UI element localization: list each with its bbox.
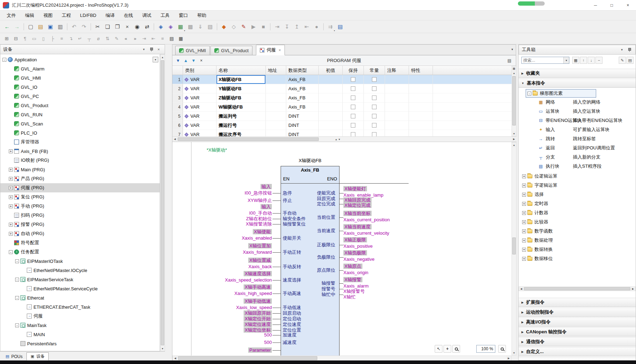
toolbox-folder-选择[interactable]: +选择: [519, 190, 636, 199]
cell-attr[interactable]: [409, 75, 433, 84]
retain-checkbox[interactable]: [351, 77, 355, 82]
expander-icon[interactable]: +: [522, 202, 526, 206]
toolbox-pin-icon[interactable]: [626, 47, 632, 53]
expander-icon[interactable]: +: [522, 220, 526, 224]
device-tree-scrollbar[interactable]: ▲ ▼: [160, 54, 165, 351]
expander-icon[interactable]: +: [522, 229, 526, 233]
tab-list-dropdown-icon[interactable]: ▼: [511, 48, 514, 51]
outdent-icon[interactable]: ⇤: [149, 35, 158, 43]
scroll-up-icon[interactable]: ▲: [512, 142, 516, 147]
compile-icon[interactable]: ◈: [156, 22, 165, 31]
redo-icon[interactable]: ↷: [79, 22, 88, 31]
tree-item-MAIN[interactable]: MAIN: [0, 330, 160, 339]
delete-icon[interactable]: ×: [123, 22, 132, 31]
tree-item-手动 (PRG)[interactable]: +手动 (PRG): [0, 202, 160, 211]
zoom-level-box[interactable]: 100 %: [476, 345, 495, 353]
insert-assignment-icon[interactable]: ≡: [57, 35, 66, 43]
forward-icon[interactable]: →: [12, 22, 22, 31]
tree-item-GVL_Product[interactable]: GVL_Product: [0, 101, 160, 110]
cell-const[interactable]: [364, 75, 385, 84]
insert-jump-icon[interactable]: ↴: [67, 35, 75, 43]
doc-tab-GVL_Product[interactable]: GVL_Product: [210, 46, 252, 55]
edge-detection-icon[interactable]: ⇅: [103, 35, 112, 43]
input-operand[interactable]: X轴报警清除: [172, 221, 272, 227]
undo-icon[interactable]: ↶: [69, 22, 79, 31]
menu-item-视图[interactable]: 视图: [39, 11, 57, 20]
cell-num[interactable]: 2: [172, 84, 183, 93]
step-over-icon[interactable]: ⇥: [273, 22, 282, 31]
tree-item-自动 (PRG)[interactable]: +自动 (PRG): [0, 229, 160, 238]
view-mode-icon[interactable]: ▤: [626, 57, 634, 64]
move-up-icon[interactable]: ↑: [580, 57, 587, 64]
cell-addr[interactable]: [266, 75, 286, 84]
input-operand[interactable]: X轴位置加Xaxis_forward: [172, 243, 272, 255]
tree-item-符号配置[interactable]: 符号配置: [0, 238, 160, 247]
expander-icon[interactable]: +: [522, 211, 526, 215]
tab-close-icon[interactable]: ×: [279, 48, 281, 52]
back-icon[interactable]: ←: [2, 22, 12, 31]
tree-item-MainTask[interactable]: -MainTask: [0, 321, 160, 330]
input-operand[interactable]: 500: [172, 339, 272, 346]
new-file-icon[interactable]: ▢: [26, 22, 35, 31]
cell-attr[interactable]: [409, 103, 433, 112]
toolbox-item-返回[interactable]: ↵返回返回到POU调用位置: [519, 143, 636, 153]
tree-item-Application[interactable]: -Application▼: [0, 55, 160, 64]
section-POUs[interactable]: ▶POUs: [519, 357, 636, 360]
cell-init[interactable]: [319, 75, 343, 84]
output-operand[interactable]: X轴定位完成: [343, 202, 456, 209]
toolbox-item-带EN/ENO运算块[interactable]: ⊟带EN/ENO运算块插入带有EN/ENO运算块: [519, 116, 636, 125]
cell-attr[interactable]: [409, 84, 433, 93]
expander-icon[interactable]: -: [2, 58, 6, 62]
paste-icon[interactable]: ❐: [113, 22, 122, 31]
cell-num[interactable]: 1: [172, 75, 183, 84]
goto-previous-pou-icon[interactable]: «: [122, 35, 130, 43]
output-operand[interactable]: X轴报警Xaxis_alarm: [343, 277, 456, 289]
scroll-left-icon[interactable]: ◀: [173, 356, 178, 360]
scrollbar-thumb[interactable]: [524, 287, 630, 290]
tree-item-ETHERCAT.EtherCAT_Task[interactable]: ETHERCAT.EtherCAT_Task: [0, 302, 160, 311]
section-CANopen 轴控指令[interactable]: ▶CANopen 轴控指令: [519, 327, 636, 337]
toolbox-item-网络[interactable]: ▦网络插入空的网络: [519, 98, 636, 107]
application-combo-arrow[interactable]: ▼: [153, 57, 158, 62]
const-checkbox[interactable]: [372, 123, 377, 128]
cell-scope[interactable]: VAR: [183, 84, 216, 93]
toolbox-folder-数据转换[interactable]: +数据转换: [519, 245, 636, 254]
menu-item-帮助[interactable]: 帮助: [192, 11, 211, 20]
menu-item-文件[interactable]: 文件: [2, 11, 20, 20]
expander-icon[interactable]: +: [9, 223, 13, 227]
input-operand[interactable]: 输入I00_手自动: [172, 204, 272, 216]
expander-icon[interactable]: +: [522, 239, 526, 242]
cell-num[interactable]: 5: [172, 112, 183, 121]
table-row[interactable]: 7VAR搬运次序号DINT: [172, 130, 516, 136]
table-options-icon[interactable]: ▦: [512, 66, 516, 71]
scroll-right-icon[interactable]: ▶: [631, 287, 635, 291]
cell-retain[interactable]: [343, 84, 364, 93]
remove-item-icon[interactable]: −: [595, 57, 603, 64]
column-header-特性[interactable]: 特性: [409, 66, 433, 75]
view-tab-设备[interactable]: ▣设备: [26, 352, 49, 360]
edit-item-icon[interactable]: ✎: [619, 57, 626, 64]
tree-item-EtherNetIPMaster.IOCycle[interactable]: EtherNetIPMaster.IOCycle: [0, 266, 160, 275]
tree-item-报警 (PRG)[interactable]: +报警 (PRG): [0, 220, 160, 229]
output-operand[interactable]: X轴当前坐标Xaxis_current_position: [343, 210, 456, 223]
indent-icon[interactable]: ⇥: [140, 35, 148, 43]
cross-reference-icon[interactable]: ▤: [336, 22, 345, 31]
cell-num[interactable]: 6: [172, 121, 183, 130]
toolbox-item-跳转[interactable]: →跳转跳转至标签: [519, 134, 636, 143]
insert-return-icon[interactable]: ↵: [76, 35, 84, 43]
retain-checkbox[interactable]: [351, 86, 355, 91]
input-operand[interactable]: X轴使能Xaxis_enabled: [172, 229, 272, 241]
copy-icon[interactable]: ❏: [103, 22, 112, 31]
cell-init[interactable]: [319, 112, 343, 121]
const-checkbox[interactable]: [372, 77, 377, 82]
scroll-right-icon[interactable]: ▶: [512, 137, 516, 142]
cell-retain[interactable]: [343, 112, 364, 121]
tree-item-伺服 (PRG)[interactable]: +伺服 (PRG): [0, 183, 160, 192]
toolbox-folder-数据移位[interactable]: +数据移位: [519, 254, 636, 263]
generate-code-icon[interactable]: ▦▾: [176, 22, 185, 31]
scroll-up-icon[interactable]: ▲: [160, 55, 165, 60]
insert-box-icon[interactable]: ▭: [30, 35, 38, 43]
cell-comment[interactable]: [385, 130, 409, 136]
cell-init[interactable]: [319, 103, 343, 112]
cell-scope[interactable]: VAR: [183, 121, 216, 130]
